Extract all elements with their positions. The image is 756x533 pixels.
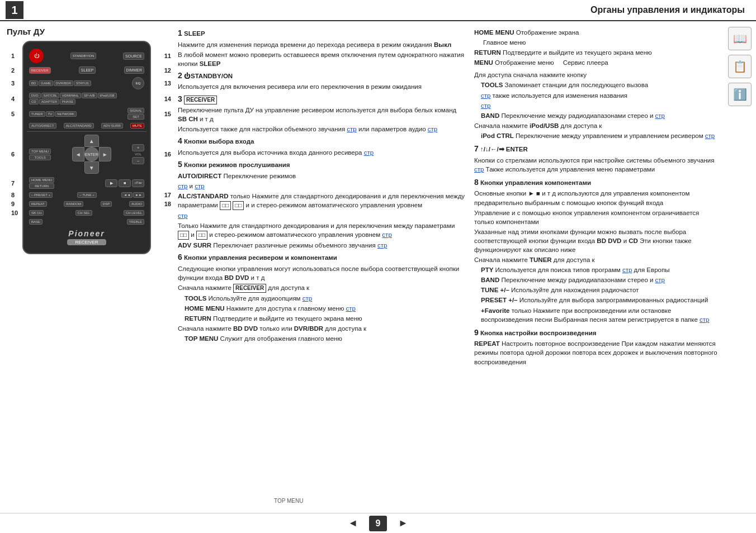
sec1-text: Нажмите для изменения периода времени до…	[178, 40, 465, 49]
sec7-title: ↑/↓/←/➡ ENTER	[480, 146, 528, 153]
stop-btn[interactable]: ■	[119, 179, 131, 187]
icon-manual[interactable]: 📋	[728, 55, 752, 78]
dpad-enter[interactable]: ENTER	[84, 147, 99, 161]
tv-btn[interactable]: TV	[46, 111, 55, 117]
bd-btn[interactable]: BD	[29, 80, 38, 86]
dpad-up[interactable]: ▲	[84, 135, 99, 147]
dpad[interactable]: ▲ ▼ ◄ ► ENTER	[72, 135, 111, 174]
row-label-2: 2	[11, 67, 15, 74]
sec6-text: Следующие кнопки управления могут исполь…	[178, 264, 465, 282]
phase-btn[interactable]: PHASE	[60, 99, 75, 104]
ipod-btn[interactable]: iPod/USB	[98, 93, 117, 98]
adapter-btn[interactable]: ADAPTER	[39, 99, 59, 104]
adv-btn[interactable]: ADV SURR	[101, 123, 123, 129]
game-btn[interactable]: GAME	[39, 80, 53, 86]
sec3-title: RECEIVER	[184, 96, 217, 104]
dpad-left[interactable]: ◄	[72, 147, 84, 161]
section-2: 2 ⏻STANDBY/ON Используется для включения…	[178, 70, 465, 92]
standby-on-btn[interactable]: STANDBY/ON	[70, 53, 97, 59]
row-label-18: 18	[164, 201, 171, 207]
sat-btn[interactable]: SAT/CBL	[41, 93, 60, 98]
random-btn[interactable]: RANDOM	[64, 201, 83, 207]
signal-btn[interactable]: SIGNAL	[127, 108, 144, 113]
sec5-link3[interactable]: стр	[178, 212, 187, 219]
sec1-num: 1	[178, 28, 182, 37]
sec5-sub2: ALC/STANDARD только Нажмите для стандарт…	[178, 192, 465, 210]
eq-btn[interactable]: EQ	[132, 77, 144, 89]
sec5-sub1: AUTO/DIRECT Переключение режимов	[178, 172, 465, 180]
dpad-right[interactable]: ►	[99, 147, 111, 161]
sec8-tune: TUNE +/– Используйте для нахождения ради…	[481, 285, 721, 294]
row-label-7: 7	[11, 180, 15, 187]
sec4-text: Используется для выбора источника входа …	[178, 148, 465, 157]
mute-btn[interactable]: MUTE	[130, 123, 144, 129]
vol-down-btn[interactable]: –	[132, 157, 144, 164]
sec5-sub3: ADV SURR Переключает различные режимы об…	[178, 241, 465, 250]
top-menu-btn[interactable]: TOP MENU	[29, 149, 51, 154]
set-btn[interactable]: SET	[127, 114, 144, 120]
repeat-btn[interactable]: REPEAT	[29, 201, 47, 207]
vol-up-btn[interactable]: +	[132, 144, 144, 151]
sec3-text: Переключение пульта ДУ на управление рес…	[178, 106, 465, 123]
sleep-btn[interactable]: SLEEP	[79, 66, 96, 74]
play-btn[interactable]: ▶	[105, 179, 117, 187]
row-label-3: 3	[11, 80, 15, 87]
receiver-btn[interactable]: RECEIVER	[29, 67, 51, 74]
sec9-title: Кнопка настройки воспроизведения	[480, 330, 597, 336]
network-btn[interactable]: NETWORK	[55, 111, 77, 117]
ch-sel-btn[interactable]: CH SEL	[75, 210, 92, 216]
standby-btn[interactable]: ⏻	[29, 49, 44, 63]
source-btn[interactable]: SOURCE	[123, 53, 144, 60]
prev-page-btn[interactable]: ◄	[348, 517, 358, 529]
right-tools-section: Для доступа сначала нажмите кнопку TOOLS…	[474, 70, 721, 140]
auto-btn[interactable]: AUTO/DIRECT	[29, 123, 56, 129]
ipod-hint: Сначала нажмите iPod/USB для доступа к	[474, 121, 721, 130]
access-hint: Для доступа сначала нажмите кнопку	[474, 70, 721, 79]
return-label: RETURN Подтвердите и выйдите из текущего…	[474, 48, 721, 57]
page-number: 9	[369, 516, 387, 531]
next-page-btn[interactable]: ►	[398, 517, 408, 529]
sec7-text: Кнопки со стрелками используются при нас…	[474, 156, 721, 174]
tune-minus-btn[interactable]: – TUNE +	[77, 192, 96, 198]
dvd-btn[interactable]: DVD	[29, 93, 41, 98]
sec5-link1[interactable]: стр	[178, 183, 187, 189]
dsp-btn[interactable]: DSP	[101, 201, 112, 207]
status-btn[interactable]: STATUS	[74, 80, 91, 86]
hdmi-btn[interactable]: HDMI/MHL	[60, 93, 81, 98]
cd-btn[interactable]: CD	[29, 99, 39, 104]
dvr-btn[interactable]: DVR/BDR	[54, 80, 73, 86]
audio-btn[interactable]: AUDIO	[129, 201, 144, 207]
sec5-link2[interactable]: стр	[195, 183, 204, 189]
home-menu-btn[interactable]: HOME MENU	[29, 177, 54, 183]
sec5-title: Кнопки режимов прослушивания	[184, 161, 290, 168]
sb-ch-btn[interactable]: SB CH	[29, 210, 44, 216]
alc-btn[interactable]: ALC/STANDARD	[64, 123, 94, 129]
tuner-btn[interactable]: TUNER	[29, 111, 45, 117]
page-header: 1 Органы управления и индикаторы	[0, 0, 756, 21]
icon-book[interactable]: 📖	[728, 27, 752, 50]
sec7-num: 7	[474, 144, 479, 153]
skip-fwd-btn[interactable]: ►►	[133, 192, 144, 198]
section-5: 5 Кнопки режимов прослушивания AUTO/DIRE…	[178, 159, 465, 250]
ch-level-btn[interactable]: CH LEVEL	[124, 210, 144, 216]
treble-btn[interactable]: TREBLE	[127, 219, 144, 225]
home-menu-label: HOME MENU Отображение экрана	[474, 28, 721, 37]
sp-btn[interactable]: SP-A/B	[82, 93, 97, 98]
sec6-tools: TOOLS Используйте для аудиоопциям стр	[185, 294, 465, 303]
sec6-return: RETURN Подтвердите и выйдите из текущего…	[185, 314, 465, 323]
sec8-fav: +Favorite только Нажмите при воспроизвед…	[481, 306, 721, 324]
dimmer-btn[interactable]: DIMMER	[124, 66, 144, 74]
skip-back-btn[interactable]: ◄◄	[121, 192, 133, 198]
dpad-down[interactable]: ▼	[84, 161, 99, 174]
sec8-pty: PTY Используется для поиска типов програ…	[481, 265, 721, 274]
icon-info[interactable]: ℹ️	[728, 83, 752, 106]
preset-minus-btn[interactable]: – PRESET +	[29, 192, 53, 198]
row-label-17: 17	[164, 192, 171, 198]
return-btn[interactable]: RETURN	[29, 183, 54, 189]
sec5-num: 5	[178, 160, 182, 169]
tools-label: TOOLS Запоминает станции для последующег…	[481, 80, 721, 89]
sec9-text: REPEAT Настроить повторное воспроизведен…	[474, 339, 721, 366]
bass-btn[interactable]: BASE	[29, 219, 42, 225]
fav-btn[interactable]: +Fav	[132, 179, 144, 187]
tools-btn[interactable]: TOOLS	[29, 155, 51, 160]
